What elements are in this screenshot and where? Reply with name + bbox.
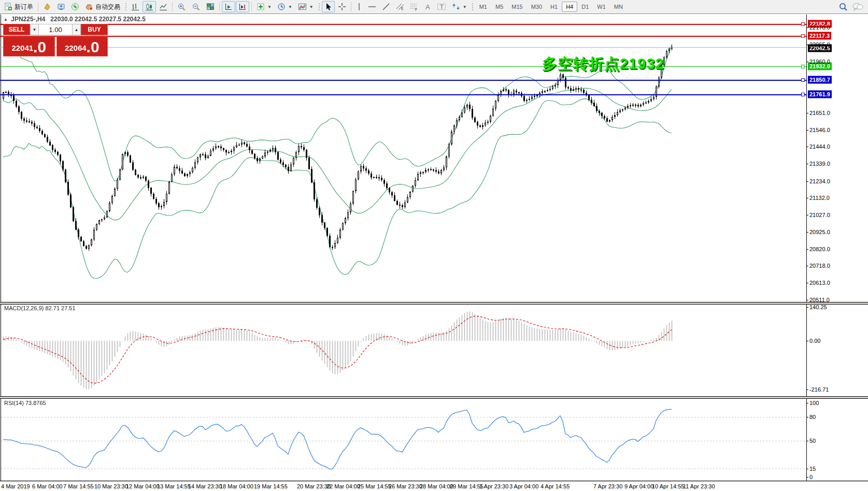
horizontal-level-line[interactable]	[0, 24, 806, 25]
date-axis-label: 11 Apr 23:30	[683, 483, 715, 489]
date-axis-label: 22 Mar 04:00	[326, 483, 360, 489]
buy-button[interactable]: BUY	[81, 24, 108, 35]
level-marker[interactable]	[801, 34, 805, 38]
zoom-out-button[interactable]	[189, 1, 203, 13]
svg-text:A: A	[425, 3, 430, 11]
arrows-icon	[452, 3, 460, 11]
auto-trading-button[interactable]: 自动交易	[82, 1, 123, 13]
date-axis-label: 12 Mar 04:00	[126, 483, 160, 489]
fibonacci-icon: F	[410, 3, 418, 11]
separator	[251, 2, 252, 11]
svg-text:E: E	[401, 7, 404, 10]
volume-decrease-button[interactable]: ▼	[30, 24, 39, 35]
collapse-triangle-icon[interactable]: ▲	[4, 17, 8, 22]
chart-title: ▲ JPN225-,H4 22030.0 22042.5 22027.5 220…	[4, 16, 146, 23]
profiles-button[interactable]	[54, 1, 68, 12]
zoom-out-icon	[192, 3, 201, 11]
price-axis-tick: 21339.0	[809, 161, 830, 167]
level-price-badge: 21850.7	[808, 76, 832, 84]
new-order-button[interactable]: 新订单	[2, 1, 36, 13]
cursor-button[interactable]	[322, 1, 335, 12]
timeframe-m15[interactable]: M15	[507, 2, 527, 12]
chart-annotation-text[interactable]: 多空转折点21932	[542, 54, 664, 75]
macd-panel-separator[interactable]	[0, 302, 868, 305]
svg-text:F: F	[415, 8, 417, 11]
date-axis-label: 4 Mar 2019	[1, 483, 30, 489]
timeframe-m5[interactable]: M5	[491, 2, 507, 12]
price-chart-canvas[interactable]	[1, 15, 806, 481]
toolbar-grip[interactable]	[124, 2, 127, 11]
crosshair-button[interactable]	[335, 1, 349, 12]
arrows-button[interactable]: ▼	[449, 1, 469, 12]
timeframe-h4[interactable]: H4	[562, 2, 577, 12]
timeframe-m1[interactable]: M1	[475, 2, 491, 12]
text-label-button[interactable]: T	[434, 1, 449, 12]
buy-price-button[interactable]: 22064.0	[56, 36, 108, 56]
chevron-down-icon: ▼	[267, 5, 272, 9]
periods-button[interactable]: ▼	[275, 1, 295, 12]
tile-windows-button[interactable]	[204, 1, 217, 12]
trendline-button[interactable]	[379, 1, 393, 12]
timeframe-m30[interactable]: M30	[527, 2, 546, 12]
date-axis-label: 7 Apr 23:30	[593, 483, 622, 489]
search-icon[interactable]	[838, 2, 848, 11]
vertical-line-button[interactable]	[353, 1, 365, 12]
sell-button[interactable]: SELL	[3, 24, 30, 35]
level-marker[interactable]	[801, 78, 805, 82]
level-marker[interactable]	[801, 22, 805, 26]
level-marker[interactable]	[801, 65, 805, 68]
price-axis-tick: 22065.0	[809, 41, 830, 48]
level-price-badge: 21761.9	[808, 91, 832, 98]
fibonacci-button[interactable]: F	[407, 1, 421, 12]
bar-chart-button[interactable]	[129, 1, 142, 12]
current-price-line[interactable]	[0, 47, 806, 48]
candlestick-chart-button[interactable]	[143, 1, 156, 12]
signals-button[interactable]	[68, 1, 82, 12]
indicators-button[interactable]: ▼	[254, 1, 274, 12]
toolbar-grip[interactable]	[471, 2, 474, 11]
timeframe-w1[interactable]: W1	[593, 2, 610, 12]
zoom-in-button[interactable]	[175, 1, 189, 13]
buy-price-frac: .0	[87, 39, 99, 55]
horizontal-level-line[interactable]	[0, 80, 806, 81]
text-button[interactable]: A	[421, 1, 434, 12]
buy-price-main: 22064	[65, 41, 87, 55]
toolbar-grip[interactable]	[318, 2, 320, 11]
timeframe-h1[interactable]: H1	[546, 2, 562, 12]
chart-window: 22182.822117.322042.521932.021850.721761…	[0, 14, 868, 491]
volume-input[interactable]	[39, 24, 72, 35]
line-chart-icon	[159, 3, 167, 11]
level-marker[interactable]	[801, 93, 805, 96]
auto-scroll-button[interactable]	[222, 1, 235, 12]
horizontal-line-button[interactable]	[365, 1, 379, 12]
chat-icon[interactable]	[852, 2, 863, 11]
price-axis-tick: 21546.0	[809, 127, 830, 133]
date-axis-label: 7 Mar 14:55	[63, 483, 94, 489]
templates-button[interactable]: ▼	[295, 1, 316, 12]
rsi-axis-tick: 15	[809, 466, 816, 472]
new-order-label: 新订单	[15, 3, 33, 11]
channel-button[interactable]: E	[393, 1, 407, 12]
market-profile-button[interactable]	[40, 1, 54, 12]
new-order-icon	[4, 3, 12, 11]
horizontal-level-line[interactable]	[0, 66, 806, 67]
separator	[172, 2, 173, 11]
sell-price-button[interactable]: 22041.0	[3, 36, 55, 56]
date-axis-label: 9 Apr 04:00	[624, 483, 653, 489]
separator	[219, 2, 220, 11]
volume-increase-button[interactable]: ▲	[72, 24, 81, 35]
timeframe-d1[interactable]: D1	[577, 2, 593, 12]
vertical-line-icon	[356, 3, 362, 11]
rsi-panel-separator[interactable]	[0, 396, 868, 399]
horizontal-level-line[interactable]	[0, 94, 806, 95]
periods-icon	[277, 3, 286, 11]
candlestick-chart-icon	[145, 3, 153, 11]
chevron-down-icon: ▼	[309, 5, 314, 9]
chart-shift-button[interactable]	[236, 1, 249, 12]
timeframe-mn[interactable]: MN	[610, 2, 627, 12]
horizontal-level-line[interactable]	[0, 36, 806, 37]
rsi-axis-tick: 100	[809, 400, 819, 406]
market-profile-icon	[43, 3, 51, 11]
sell-price-frac: .0	[33, 39, 46, 55]
line-chart-button[interactable]	[156, 1, 170, 12]
